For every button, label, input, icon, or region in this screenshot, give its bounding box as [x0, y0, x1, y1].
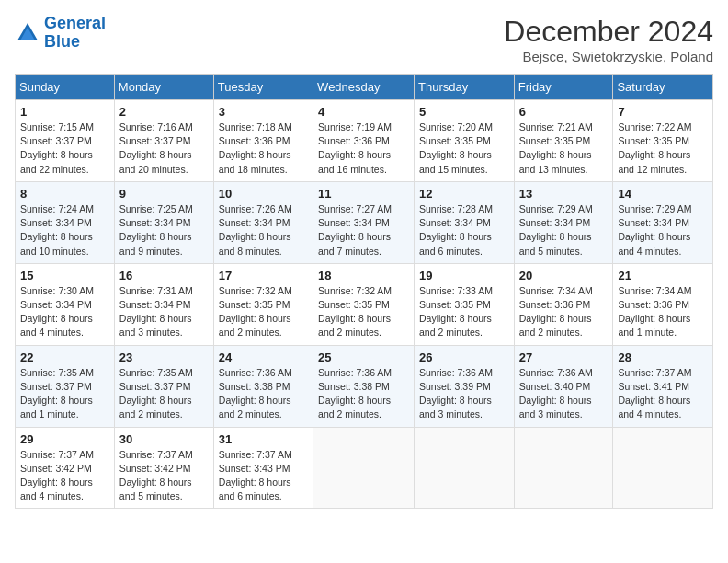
- day-number: 25: [318, 350, 409, 364]
- day-info: Sunrise: 7:37 AMSunset: 3:42 PMDaylight:…: [20, 448, 109, 504]
- day-number: 27: [519, 350, 609, 364]
- day-info: Sunrise: 7:36 AMSunset: 3:39 PMDaylight:…: [419, 366, 509, 422]
- day-info: Sunrise: 7:26 AMSunset: 3:34 PMDaylight:…: [219, 202, 308, 259]
- calendar-cell: 18Sunrise: 7:32 AMSunset: 3:35 PMDayligh…: [313, 263, 415, 345]
- calendar-cell: 10Sunrise: 7:26 AMSunset: 3:34 PMDayligh…: [213, 181, 313, 263]
- header-friday: Friday: [514, 75, 613, 100]
- calendar-cell: 26Sunrise: 7:36 AMSunset: 3:39 PMDayligh…: [415, 345, 515, 427]
- day-info: Sunrise: 7:37 AMSunset: 3:42 PMDaylight:…: [119, 448, 209, 504]
- calendar-cell: 31Sunrise: 7:37 AMSunset: 3:43 PMDayligh…: [213, 427, 313, 509]
- calendar-week-2: 8Sunrise: 7:24 AMSunset: 3:34 PMDaylight…: [16, 181, 713, 263]
- day-info: Sunrise: 7:30 AMSunset: 3:34 PMDaylight:…: [20, 284, 109, 340]
- calendar-week-5: 29Sunrise: 7:37 AMSunset: 3:42 PMDayligh…: [16, 427, 713, 509]
- day-info: Sunrise: 7:32 AMSunset: 3:35 PMDaylight:…: [219, 284, 308, 340]
- day-number: 21: [618, 269, 708, 282]
- calendar-cell: [613, 427, 713, 509]
- day-number: 31: [219, 432, 308, 446]
- day-number: 11: [318, 187, 409, 201]
- calendar-cell: 21Sunrise: 7:34 AMSunset: 3:36 PMDayligh…: [613, 263, 713, 345]
- day-number: 30: [119, 432, 209, 446]
- header-saturday: Saturday: [613, 75, 713, 100]
- calendar-cell: 30Sunrise: 7:37 AMSunset: 3:42 PMDayligh…: [114, 427, 213, 509]
- calendar-cell: 3Sunrise: 7:18 AMSunset: 3:36 PMDaylight…: [213, 100, 313, 182]
- day-info: Sunrise: 7:35 AMSunset: 3:37 PMDaylight:…: [20, 366, 109, 422]
- day-number: 22: [20, 350, 109, 364]
- day-info: Sunrise: 7:21 AMSunset: 3:35 PMDaylight:…: [519, 121, 609, 177]
- title-area: December 2024 Bejsce, Swietokrzyskie, Po…: [504, 15, 713, 64]
- calendar-table: SundayMondayTuesdayWednesdayThursdayFrid…: [15, 74, 713, 509]
- day-number: 13: [519, 187, 609, 201]
- day-number: 26: [419, 350, 509, 364]
- day-info: Sunrise: 7:32 AMSunset: 3:35 PMDaylight:…: [318, 284, 409, 340]
- calendar-week-3: 15Sunrise: 7:30 AMSunset: 3:34 PMDayligh…: [16, 263, 713, 345]
- day-info: Sunrise: 7:16 AMSunset: 3:37 PMDaylight:…: [119, 121, 209, 177]
- calendar-cell: 5Sunrise: 7:20 AMSunset: 3:35 PMDaylight…: [415, 100, 515, 182]
- day-number: 15: [20, 269, 109, 282]
- day-number: 12: [419, 187, 509, 201]
- day-number: 23: [119, 350, 209, 364]
- day-number: 7: [618, 105, 708, 119]
- day-number: 20: [519, 269, 609, 282]
- day-info: Sunrise: 7:24 AMSunset: 3:34 PMDaylight:…: [20, 202, 109, 259]
- calendar-cell: [415, 427, 515, 509]
- day-number: 2: [119, 105, 209, 119]
- logo-icon: [15, 20, 40, 46]
- day-number: 6: [519, 105, 609, 119]
- day-info: Sunrise: 7:28 AMSunset: 3:34 PMDaylight:…: [419, 202, 509, 259]
- day-number: 16: [119, 269, 209, 282]
- day-info: Sunrise: 7:29 AMSunset: 3:34 PMDaylight:…: [618, 202, 708, 259]
- day-number: 5: [419, 105, 509, 119]
- header: General Blue December 2024 Bejsce, Swiet…: [15, 15, 713, 64]
- logo: General Blue: [15, 15, 106, 52]
- calendar-cell: 9Sunrise: 7:25 AMSunset: 3:34 PMDaylight…: [114, 181, 213, 263]
- calendar-cell: 17Sunrise: 7:32 AMSunset: 3:35 PMDayligh…: [213, 263, 313, 345]
- day-info: Sunrise: 7:25 AMSunset: 3:34 PMDaylight:…: [119, 202, 209, 259]
- header-tuesday: Tuesday: [213, 75, 313, 100]
- day-info: Sunrise: 7:36 AMSunset: 3:38 PMDaylight:…: [318, 366, 409, 422]
- calendar-cell: 14Sunrise: 7:29 AMSunset: 3:34 PMDayligh…: [613, 181, 713, 263]
- day-number: 1: [20, 105, 109, 119]
- calendar-cell: 8Sunrise: 7:24 AMSunset: 3:34 PMDaylight…: [16, 181, 115, 263]
- calendar-cell: 24Sunrise: 7:36 AMSunset: 3:38 PMDayligh…: [213, 345, 313, 427]
- calendar-cell: [313, 427, 415, 509]
- day-info: Sunrise: 7:20 AMSunset: 3:35 PMDaylight:…: [419, 121, 509, 177]
- day-number: 9: [119, 187, 209, 201]
- calendar-cell: 2Sunrise: 7:16 AMSunset: 3:37 PMDaylight…: [114, 100, 213, 182]
- calendar-cell: 25Sunrise: 7:36 AMSunset: 3:38 PMDayligh…: [313, 345, 415, 427]
- calendar-cell: 11Sunrise: 7:27 AMSunset: 3:34 PMDayligh…: [313, 181, 415, 263]
- day-info: Sunrise: 7:19 AMSunset: 3:36 PMDaylight:…: [318, 121, 409, 177]
- calendar-cell: 6Sunrise: 7:21 AMSunset: 3:35 PMDaylight…: [514, 100, 613, 182]
- day-info: Sunrise: 7:36 AMSunset: 3:40 PMDaylight:…: [519, 366, 609, 422]
- calendar-cell: 13Sunrise: 7:29 AMSunset: 3:34 PMDayligh…: [514, 181, 613, 263]
- calendar-cell: 23Sunrise: 7:35 AMSunset: 3:37 PMDayligh…: [114, 345, 213, 427]
- calendar-cell: 16Sunrise: 7:31 AMSunset: 3:34 PMDayligh…: [114, 263, 213, 345]
- calendar-cell: 15Sunrise: 7:30 AMSunset: 3:34 PMDayligh…: [16, 263, 115, 345]
- calendar-cell: 7Sunrise: 7:22 AMSunset: 3:35 PMDaylight…: [613, 100, 713, 182]
- day-info: Sunrise: 7:15 AMSunset: 3:37 PMDaylight:…: [20, 121, 109, 177]
- header-wednesday: Wednesday: [313, 75, 415, 100]
- day-info: Sunrise: 7:29 AMSunset: 3:34 PMDaylight:…: [519, 202, 609, 259]
- calendar-cell: 29Sunrise: 7:37 AMSunset: 3:42 PMDayligh…: [16, 427, 115, 509]
- calendar-cell: 28Sunrise: 7:37 AMSunset: 3:41 PMDayligh…: [613, 345, 713, 427]
- calendar-header-row: SundayMondayTuesdayWednesdayThursdayFrid…: [16, 75, 713, 100]
- month-title: December 2024: [504, 15, 713, 49]
- calendar-cell: 4Sunrise: 7:19 AMSunset: 3:36 PMDaylight…: [313, 100, 415, 182]
- day-info: Sunrise: 7:33 AMSunset: 3:35 PMDaylight:…: [419, 284, 509, 340]
- day-info: Sunrise: 7:35 AMSunset: 3:37 PMDaylight:…: [119, 366, 209, 422]
- day-number: 24: [219, 350, 308, 364]
- calendar-cell: 20Sunrise: 7:34 AMSunset: 3:36 PMDayligh…: [514, 263, 613, 345]
- day-info: Sunrise: 7:18 AMSunset: 3:36 PMDaylight:…: [219, 121, 308, 177]
- location-title: Bejsce, Swietokrzyskie, Poland: [504, 49, 713, 64]
- day-number: 14: [618, 187, 708, 201]
- day-number: 19: [419, 269, 509, 282]
- calendar-cell: 12Sunrise: 7:28 AMSunset: 3:34 PMDayligh…: [415, 181, 515, 263]
- day-info: Sunrise: 7:37 AMSunset: 3:41 PMDaylight:…: [618, 366, 708, 422]
- day-info: Sunrise: 7:27 AMSunset: 3:34 PMDaylight:…: [318, 202, 409, 259]
- calendar-cell: 1Sunrise: 7:15 AMSunset: 3:37 PMDaylight…: [16, 100, 115, 182]
- calendar-week-4: 22Sunrise: 7:35 AMSunset: 3:37 PMDayligh…: [16, 345, 713, 427]
- logo-text: General Blue: [44, 15, 106, 52]
- day-info: Sunrise: 7:31 AMSunset: 3:34 PMDaylight:…: [119, 284, 209, 340]
- day-info: Sunrise: 7:22 AMSunset: 3:35 PMDaylight:…: [618, 121, 708, 177]
- day-info: Sunrise: 7:36 AMSunset: 3:38 PMDaylight:…: [219, 366, 308, 422]
- header-monday: Monday: [114, 75, 213, 100]
